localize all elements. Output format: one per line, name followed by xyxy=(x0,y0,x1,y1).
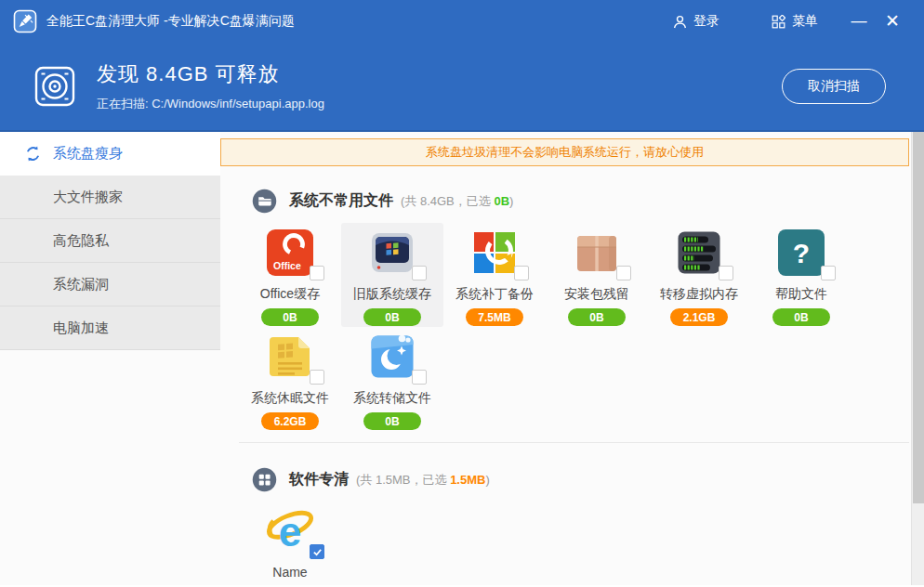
header-text: 发现 8.4GB 可释放 正在扫描: C:/Windows/inf/setupa… xyxy=(97,60,324,112)
help-files-checkbox[interactable] xyxy=(821,266,836,280)
apps-section-icon xyxy=(252,467,277,492)
icon-box: ? xyxy=(776,228,826,280)
software-item-grid: e Name 1.5MB xyxy=(239,502,871,585)
refresh-icon xyxy=(24,145,42,163)
sidebar-item-label: 大文件搬家 xyxy=(53,189,123,206)
file-item-label: 安装包残留 xyxy=(564,286,629,303)
hibernate-file-icon xyxy=(267,333,313,380)
section-meta: (共 1.5MB，已选 1.5MB) xyxy=(356,472,490,489)
section-header-software-clean: 软件专清 (共 1.5MB，已选 1.5MB) xyxy=(252,467,924,492)
ie-software-checkbox[interactable] xyxy=(310,544,324,559)
disk-drive-icon xyxy=(33,65,76,108)
file-item-size-badge: 6.2GB xyxy=(261,412,319,430)
virtual-memory-checkbox[interactable] xyxy=(719,266,733,280)
office-cache-checkbox[interactable] xyxy=(310,266,324,280)
hibernate-file-checkbox[interactable] xyxy=(310,370,324,385)
sidebar-item-label: 高危隐私 xyxy=(53,232,109,250)
app-logo-icon xyxy=(13,9,37,33)
section-title: 软件专清 xyxy=(289,470,349,489)
icon-box xyxy=(265,332,315,384)
legacy-system-icon xyxy=(369,229,416,276)
section-divider xyxy=(239,442,909,443)
file-item-label: 转移虚拟内存 xyxy=(660,286,738,303)
patch-backup-icon xyxy=(471,229,518,276)
selected-size-value: 0B xyxy=(494,194,509,208)
help-icon: ? xyxy=(778,229,825,276)
file-item-size-badge: 2.1GB xyxy=(670,308,728,326)
memory-icon xyxy=(676,229,722,276)
login-label: 登录 xyxy=(693,13,719,30)
icon-box xyxy=(572,228,622,280)
sidebar-item-system-slim[interactable]: 系统盘瘦身 xyxy=(0,132,220,176)
legacy-system-cache-checkbox[interactable] xyxy=(412,266,427,280)
file-item-size-badge: 0B xyxy=(261,308,319,326)
file-item-dump-file[interactable]: 系统转储文件 0B xyxy=(341,327,443,431)
svg-text:?: ? xyxy=(793,238,810,268)
icon-box xyxy=(469,228,520,280)
scrollbar[interactable] xyxy=(911,132,924,585)
file-item-size-badge: 0B xyxy=(568,308,626,326)
file-item-label: 系统休眠文件 xyxy=(251,390,329,407)
sidebar-item-pc-speedup[interactable]: 电脑加速 xyxy=(0,307,220,350)
section-title: 系统不常用文件 xyxy=(289,191,393,211)
file-item-installer-leftover[interactable]: 安装包残留 0B xyxy=(546,223,648,327)
file-item-ie-software[interactable]: e Name 1.5MB xyxy=(239,502,341,585)
sidebar-item-privacy-risk[interactable]: 高危隐私 xyxy=(0,219,220,263)
close-button[interactable]: ✕ xyxy=(876,0,909,43)
grid-menu-icon xyxy=(772,15,785,29)
file-item-help-files[interactable]: ? 帮助文件 0B xyxy=(750,223,852,327)
sidebar-item-label: 系统漏洞 xyxy=(53,276,109,294)
patch-backup-checkbox[interactable] xyxy=(514,266,529,280)
file-item-hibernate-file[interactable]: 系统休眠文件 6.2GB xyxy=(239,327,341,431)
svg-text:Office: Office xyxy=(273,260,301,271)
section-header-unused-files: 系统不常用文件 (共 8.4GB，已选 0B) xyxy=(252,189,924,214)
menu-button[interactable]: 菜单 xyxy=(772,13,818,30)
file-item-grid: Office Office缓存 0B xyxy=(239,223,871,431)
main-body: 系统盘瘦身 大文件搬家 高危隐私 系统漏洞 电脑加速 系统盘垃圾清理不会影响电脑… xyxy=(0,132,924,585)
file-item-label: Name xyxy=(272,565,307,580)
scan-header: 发现 8.4GB 可释放 正在扫描: C:/Windows/inf/setupa… xyxy=(0,43,924,132)
scrollbar-thumb[interactable] xyxy=(913,132,924,503)
scanning-path: 正在扫描: C:/Windows/inf/setupapi.app.log xyxy=(97,96,324,112)
file-item-virtual-memory[interactable]: 转移虚拟内存 2.1GB xyxy=(648,223,750,327)
selected-size-value: 1.5MB xyxy=(450,473,485,487)
sidebar-item-label: 电脑加速 xyxy=(53,320,109,337)
file-item-label: 旧版系统缓存 xyxy=(353,286,431,303)
dump-file-icon xyxy=(369,333,416,380)
cancel-scan-button[interactable]: 取消扫描 xyxy=(782,69,886,104)
file-item-office-cache[interactable]: Office Office缓存 0B xyxy=(239,223,341,327)
file-item-label: 系统转储文件 xyxy=(353,390,431,407)
file-item-label: 系统补丁备份 xyxy=(455,286,534,303)
file-item-legacy-system-cache[interactable]: 旧版系统缓存 0B xyxy=(341,223,443,327)
icon-box: e xyxy=(265,506,315,558)
file-item-size-badge: 0B xyxy=(363,412,421,430)
office-icon: Office xyxy=(267,229,313,276)
user-icon xyxy=(673,15,687,29)
file-item-patch-backup[interactable]: 系统补丁备份 7.5MB xyxy=(443,223,546,327)
minimize-button[interactable]: — xyxy=(842,0,876,43)
file-item-size-badge: 7.5MB xyxy=(466,308,523,326)
titlebar: 全能王C盘清理大师 -专业解决C盘爆满问题 登录 菜单 — ✕ xyxy=(0,0,924,43)
file-item-label: Office缓存 xyxy=(260,286,320,303)
sidebar-item-system-vulnerability[interactable]: 系统漏洞 xyxy=(0,263,220,307)
folder-section-icon xyxy=(252,189,277,214)
icon-box xyxy=(367,332,417,384)
installer-box-icon xyxy=(574,229,620,276)
file-item-size-badge: 0B xyxy=(363,308,421,326)
installer-leftover-checkbox[interactable] xyxy=(616,266,631,280)
icon-box: Office xyxy=(265,228,315,280)
section-meta: (共 8.4GB，已选 0B) xyxy=(401,193,513,210)
app-window: 全能王C盘清理大师 -专业解决C盘爆满问题 登录 菜单 — ✕ xyxy=(0,0,924,587)
svg-text:e: e xyxy=(279,509,302,554)
check-icon xyxy=(312,547,323,557)
icon-box xyxy=(367,228,417,280)
menu-label: 菜单 xyxy=(792,13,818,30)
file-item-label: 帮助文件 xyxy=(775,286,827,303)
sidebar-item-label: 系统盘瘦身 xyxy=(53,145,123,163)
ie-browser-icon: e xyxy=(265,506,315,556)
sidebar-item-big-file-move[interactable]: 大文件搬家 xyxy=(0,176,220,219)
dump-file-checkbox[interactable] xyxy=(412,370,427,385)
login-button[interactable]: 登录 xyxy=(673,13,719,30)
found-space-title: 发现 8.4GB 可释放 xyxy=(97,60,324,88)
sidebar: 系统盘瘦身 大文件搬家 高危隐私 系统漏洞 电脑加速 xyxy=(0,132,220,585)
